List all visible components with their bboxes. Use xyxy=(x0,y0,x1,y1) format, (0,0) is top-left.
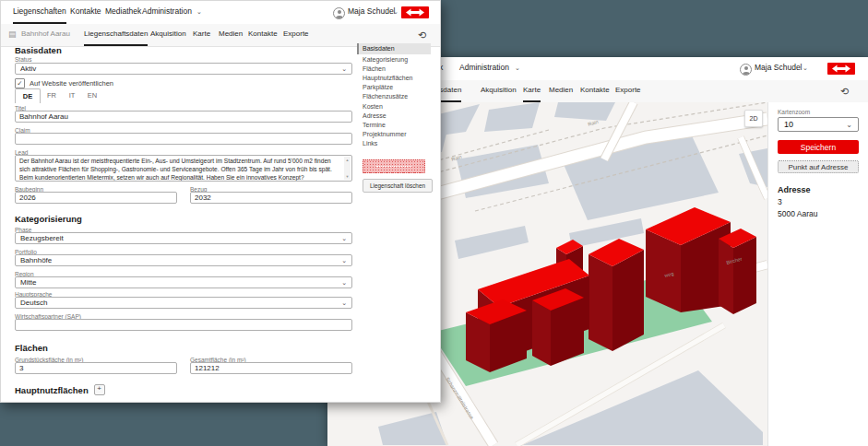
history-icon[interactable]: ⟲ xyxy=(418,28,426,42)
anchor-termine[interactable]: Termine xyxy=(363,122,431,129)
tab-akquisition[interactable]: Akquisition xyxy=(150,24,186,46)
scrollbar[interactable]: ▲ ▼ xyxy=(344,157,351,180)
scroll-up-icon[interactable]: ▲ xyxy=(346,158,350,162)
hauptsprache-value: Deutsch xyxy=(20,299,47,307)
anchor-hauptnutzflaechen[interactable]: Hauptnutzflächen xyxy=(363,75,431,82)
entity-name: Bahnhof Aarau xyxy=(21,24,70,46)
phase-select[interactable]: Bezugsbereit ⌄ xyxy=(15,232,352,244)
anchor-kosten[interactable]: Kosten xyxy=(363,103,431,111)
scroll-down-icon[interactable]: ▼ xyxy=(346,174,350,179)
anchor-adresse[interactable]: Adresse xyxy=(363,112,431,120)
sbb-arrows-icon xyxy=(831,65,851,73)
chevron-down-icon: ⌄ xyxy=(846,121,852,129)
user-menu[interactable]: Maja Schudel xyxy=(755,63,803,72)
address-number: 3 xyxy=(778,197,859,206)
chevron-down-icon: ⌄ xyxy=(341,299,347,307)
chevron-down-icon: ⌄ xyxy=(341,257,347,264)
save-button[interactable]: Speichern xyxy=(778,140,859,154)
tab-karte[interactable]: Karte xyxy=(523,80,541,102)
point-on-address-button[interactable]: Punkt auf Adresse xyxy=(778,160,859,173)
property-form-window: Liegenschaften Kontakte Mediathek Admini… xyxy=(0,0,441,403)
gesamtflaeche-input[interactable] xyxy=(190,362,352,374)
anchor-flaechen[interactable]: Flächen xyxy=(363,65,431,73)
anchor-projektnummer[interactable]: Projektnummer xyxy=(363,131,431,138)
delete-property-button[interactable]: Liegenschaft löschen xyxy=(363,179,433,193)
tab-kontakte[interactable]: Kontakte xyxy=(580,80,610,102)
lead-text: Der Bahnhof Aarau ist der meistfrequenti… xyxy=(19,158,332,181)
kartenzoom-select[interactable]: 10 ⌄ xyxy=(778,117,859,132)
tab-exporte[interactable]: Exporte xyxy=(615,80,641,102)
lang-tab-fr[interactable]: FR xyxy=(42,88,61,102)
anchor-parkplaetze[interactable]: Parkplätze xyxy=(363,84,431,91)
address-city: 5000 Aarau xyxy=(778,209,859,218)
section-flaechen: Flächen xyxy=(15,343,48,353)
map-2d-toggle-button[interactable]: 2D xyxy=(744,110,763,127)
chevron-down-icon: ⌄ xyxy=(196,1,202,24)
titel-input[interactable] xyxy=(15,111,352,123)
bezug-input[interactable] xyxy=(190,192,352,204)
chevron-down-icon: ⌄ xyxy=(341,235,347,242)
lead-textarea[interactable]: Der Bahnhof Aarau ist der meistfrequenti… xyxy=(15,155,352,182)
sbb-arrows-icon xyxy=(405,8,425,17)
tab-kontakte[interactable]: Kontakte xyxy=(248,24,278,46)
sbb-logo[interactable] xyxy=(827,63,855,75)
chevron-down-icon: ⌄ xyxy=(341,65,347,73)
tab-liegenschaftsdaten[interactable]: Liegenschaftsdaten xyxy=(84,24,148,46)
lang-tab-de[interactable]: DE xyxy=(15,88,41,103)
hauptsprache-select[interactable]: Deutsch ⌄ xyxy=(15,297,352,309)
phase-value: Bezugsbereit xyxy=(20,234,64,242)
portfolio-select[interactable]: Bahnhöfe ⌄ xyxy=(15,254,352,266)
tab-exporte[interactable]: Exporte xyxy=(283,24,309,46)
nav-administration[interactable]: Administration xyxy=(142,1,192,24)
sbb-logo[interactable] xyxy=(401,6,429,18)
website-checkbox-label: Auf Website veröffentlichen xyxy=(30,79,113,88)
section-anchor-nav: Basisdaten Kategorisierung Flächen Haupt… xyxy=(363,43,431,193)
add-hauptnutzflaeche-button[interactable]: + xyxy=(94,384,105,395)
user-avatar-icon xyxy=(333,7,345,19)
region-value: Mitte xyxy=(20,278,36,287)
nav-kontakte[interactable]: Kontakte xyxy=(70,1,101,24)
portfolio-value: Bahnhöfe xyxy=(20,256,52,264)
chevron-down-icon: ⌄ xyxy=(341,279,347,287)
region-select[interactable]: Mitte ⌄ xyxy=(15,276,352,288)
kartenzoom-label: Kartenzoom xyxy=(778,109,859,115)
nav-mediathek[interactable]: Mediathek xyxy=(105,1,141,24)
main-nav: Liegenschaften Kontakte Mediathek Admini… xyxy=(1,1,440,25)
wirtschaftspartner-input[interactable] xyxy=(15,319,352,331)
anchor-flaechenzusaetze[interactable]: Flächenzusätze xyxy=(363,93,431,100)
section-kategorisierung: Kategorisierung xyxy=(15,214,82,224)
history-icon[interactable]: ⟲ xyxy=(840,84,849,99)
claim-input[interactable] xyxy=(15,133,352,145)
anchor-links[interactable]: Links xyxy=(363,140,431,147)
lang-tab-it[interactable]: IT xyxy=(63,88,81,102)
chevron-down-icon: ⌄ xyxy=(803,57,808,80)
map-side-panel: Kartenzoom 10 ⌄ Speichern Punkt auf Adre… xyxy=(767,102,868,446)
tab-medien[interactable]: Medien xyxy=(549,80,573,102)
nav-liegenschaften[interactable]: Liegenschaften xyxy=(13,1,66,24)
kartenzoom-value: 10 xyxy=(784,120,793,129)
red-dotted-placeholder[interactable] xyxy=(363,159,425,173)
document-icon: ▤ xyxy=(8,24,17,46)
chevron-down-icon: ⌄ xyxy=(515,57,520,80)
baubeginn-input[interactable] xyxy=(15,192,177,204)
anchor-kategorisierung[interactable]: Kategorisierung xyxy=(363,56,431,64)
hauptnutzflaechen-row: Hauptnutzflächen + xyxy=(15,384,105,395)
tab-akquisition[interactable]: Akquisition xyxy=(481,80,517,102)
section-hauptnutzflaechen: Hauptnutzflächen xyxy=(15,385,89,395)
user-avatar-icon xyxy=(740,64,752,76)
anchor-basisdaten[interactable]: Basisdaten xyxy=(357,43,431,54)
tab-karte[interactable]: Karte xyxy=(193,24,210,46)
grundstuecksflaeche-input[interactable] xyxy=(15,362,177,374)
status-label: Status xyxy=(15,56,31,63)
check-icon: ✓ xyxy=(17,79,22,88)
status-value: Aktiv xyxy=(20,65,36,73)
status-select[interactable]: Aktiv ⌄ xyxy=(15,63,352,75)
chevron-down-icon: ⌄ xyxy=(393,1,398,24)
website-checkbox-row: ✓ Auf Website veröffentlichen xyxy=(15,78,113,88)
user-menu[interactable]: Maja Schudel xyxy=(348,6,396,16)
tab-medien[interactable]: Medien xyxy=(219,24,243,46)
address-heading: Adresse xyxy=(778,185,859,194)
nav-administration[interactable]: Administration xyxy=(459,57,509,80)
lang-tab-en[interactable]: EN xyxy=(83,88,101,102)
website-checkbox[interactable]: ✓ xyxy=(15,78,25,88)
